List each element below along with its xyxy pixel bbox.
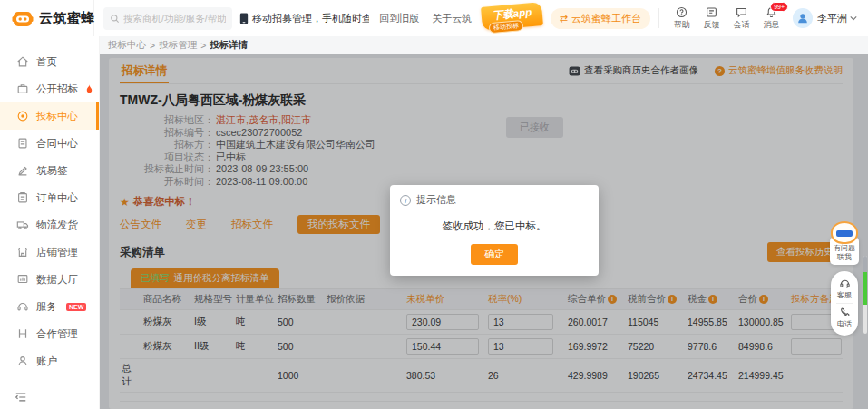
home-icon: [16, 55, 29, 68]
handshake-icon: [16, 327, 29, 340]
modal-title: 提示信息: [416, 193, 456, 207]
download-app-label: 下载app: [493, 6, 532, 21]
phone-icon: [839, 307, 851, 318]
scrollbar-thumb[interactable]: [863, 256, 867, 272]
page-scrollbar[interactable]: [863, 256, 867, 334]
document-icon: [16, 137, 29, 150]
headset-icon: [839, 278, 851, 289]
sidebar-item-home[interactable]: 首页: [0, 48, 99, 75]
sidebar-item-bid-center[interactable]: 投标中心: [0, 102, 99, 130]
mobile-bid-sub-badge: 移动投标: [489, 20, 524, 34]
confirm-button[interactable]: 确定: [471, 244, 518, 265]
chevron-down-icon: [850, 15, 857, 21]
app-page: 云筑蜜蜂 移动招募管理，手机随时查看招募信息，一键报名高效便捷。 回到旧版 关于…: [0, 0, 868, 409]
user-icon: [16, 355, 29, 367]
breadcrumb-separator: >: [150, 40, 155, 51]
messages-label: 消息: [764, 19, 780, 31]
switch-icon: ⇄: [560, 13, 568, 24]
logo-robot-icon: [12, 9, 34, 28]
search-icon: [110, 14, 120, 24]
help-button[interactable]: 帮助: [667, 6, 697, 31]
header-divider: [658, 8, 659, 28]
clipboard-icon: [16, 191, 29, 204]
help-icon: [676, 6, 688, 18]
back-to-old-link[interactable]: 回到旧版: [379, 12, 419, 25]
customer-service-button[interactable]: 客服: [837, 278, 852, 300]
contact-float-widget: 有问题 联我 客服 电话: [826, 221, 863, 336]
new-badge: NEW: [66, 303, 86, 311]
sidebar-item-public-bidding[interactable]: 公开招标: [0, 75, 99, 102]
headset-icon: [16, 300, 29, 313]
top-header: 云筑蜜蜂 移动招募管理，手机随时查看招募信息，一键报名高效便捷。 回到旧版 关于…: [0, 0, 868, 36]
sidebar-collapse-button[interactable]: [0, 385, 99, 409]
feedback-button[interactable]: 反馈: [697, 6, 727, 31]
user-menu[interactable]: 李平洲: [817, 12, 857, 25]
search-box[interactable]: [103, 7, 232, 30]
search-input[interactable]: [123, 13, 226, 24]
modal-message: 签收成功，您已中标。: [390, 211, 599, 244]
download-app-badge[interactable]: 下载app 移动投标: [481, 2, 543, 31]
notice-modal: i 提示信息 签收成功，您已中标。 确定: [390, 185, 599, 276]
sidebar-item-order-center[interactable]: 订单中心: [0, 184, 99, 211]
promo-text: 移动招募管理，手机随时查看招募信息，一键报名高效便捷。: [252, 12, 369, 25]
feedback-label: 反馈: [704, 19, 720, 31]
sidebar-item-esign[interactable]: 筑易签: [0, 157, 99, 184]
promo-banner: 移动招募管理，手机随时查看招募信息，一键报名高效便捷。: [239, 12, 369, 25]
breadcrumb-bid-management[interactable]: 投标管理: [159, 39, 197, 52]
breadcrumb: 投标中心 > 投标管理 > 投标详情: [100, 36, 868, 54]
briefcase-icon: [16, 83, 29, 95]
help-label: 帮助: [674, 19, 690, 31]
messages-button[interactable]: 99+ 消息: [756, 6, 786, 31]
workbench-button[interactable]: ⇄ 云筑蜜蜂工作台: [551, 8, 650, 29]
chat-bubble-icon: [736, 6, 747, 18]
phone-contact-button[interactable]: 电话: [837, 307, 852, 329]
pen-icon: [16, 164, 29, 177]
sidebar-item-logistics[interactable]: 物流发货: [0, 211, 99, 239]
breadcrumb-bid-detail: 投标详情: [210, 39, 248, 52]
bee-mascot-icon[interactable]: [831, 221, 858, 244]
chat-button[interactable]: 会话: [727, 6, 756, 31]
sidebar-item-account[interactable]: 账户: [0, 347, 99, 375]
widget-divider: [836, 303, 853, 304]
data-chart-icon: [16, 273, 29, 286]
logo-text: 云筑蜜蜂: [39, 10, 95, 27]
sidebar-nav: 首页 公开招标 投标中心 合同中心 筑易签 订单中心 物流发货: [0, 36, 100, 409]
scrollbar-progress: [863, 272, 867, 305]
mobile-phone-icon: [239, 13, 249, 24]
app-logo[interactable]: 云筑蜜蜂: [0, 0, 94, 36]
sidebar-item-cooperation[interactable]: 合作管理: [0, 320, 99, 347]
shop-icon: [16, 246, 29, 258]
workbench-label: 云筑蜜蜂工作台: [571, 12, 641, 25]
about-link[interactable]: 关于云筑: [432, 12, 472, 25]
feedback-icon: [706, 6, 717, 18]
chat-label: 会话: [734, 19, 750, 31]
sidebar-item-services[interactable]: 服务 NEW: [0, 293, 99, 320]
breadcrumb-bid-center[interactable]: 投标中心: [108, 39, 146, 52]
sidebar-item-shop[interactable]: 店铺管理: [0, 239, 99, 266]
hot-flame-icon: [85, 84, 93, 94]
avatar[interactable]: [793, 8, 813, 28]
message-count-badge: 99+: [770, 2, 788, 12]
sidebar-item-contract-center[interactable]: 合同中心: [0, 130, 99, 157]
sidebar-item-data-hall[interactable]: 数据大厅: [0, 266, 99, 293]
breadcrumb-separator: >: [200, 40, 206, 51]
user-name: 李平洲: [817, 12, 847, 25]
truck-icon: [16, 219, 29, 231]
target-icon: [16, 110, 29, 122]
menu-fold-icon: [15, 391, 27, 404]
info-circle-icon: i: [400, 195, 411, 206]
